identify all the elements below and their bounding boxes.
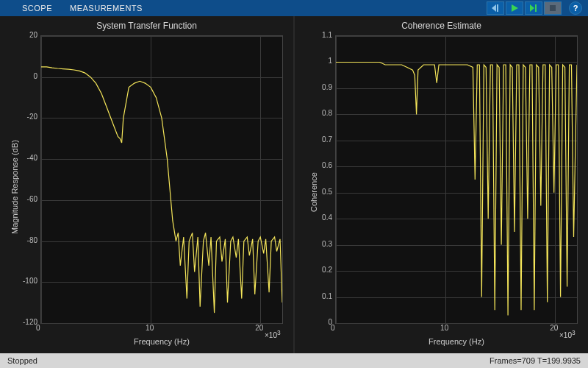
xlabel-left: Frequency (Hz) [40,337,283,346]
ytick-label: -20 [27,113,37,121]
ylabel-right: Coherence [309,138,318,212]
svg-marker-3 [530,4,534,12]
toolbar-controls: ? [487,0,588,16]
step-forward-icon [528,4,539,13]
ytick-label: 0.6 [322,161,332,169]
xtick-label: 20 [255,324,263,332]
plot-area-right[interactable] [335,35,578,324]
xtick-label: 0 [331,324,335,332]
tab-scope[interactable]: SCOPE [22,4,52,13]
ytick-label: -40 [27,154,37,162]
ytick-label: 0 [33,72,37,80]
chart-pane-left: System Transfer Function Magnitude Respo… [0,16,293,353]
gridline-h [336,323,577,324]
ytick-label: 20 [29,31,37,39]
status-state: Stopped [7,356,37,365]
play-icon [510,4,519,13]
xlabel-right: Frequency (Hz) [335,337,578,346]
step-back-button[interactable] [487,1,504,15]
status-info: Frames=709 T=199.9935 [490,356,581,365]
stop-icon [549,4,556,12]
xexp-left: ×103 [265,329,281,339]
chart-title-left: System Transfer Function [0,21,293,31]
svg-rect-1 [497,4,498,12]
ytick-label: -60 [27,195,37,203]
help-button[interactable]: ? [569,1,582,15]
xtick-label: 10 [146,324,154,332]
ylabel-left: Magnitude Response (dB) [10,116,19,234]
step-back-icon [490,4,501,13]
ytick-label: 0.1 [322,292,332,300]
charts-container: System Transfer Function Magnitude Respo… [0,16,588,353]
ytick-label: 1 [328,57,332,65]
svg-marker-2 [512,4,518,12]
ytick-label: 0.8 [322,109,332,117]
ytick-label: 1.1 [322,31,332,39]
data-curve [336,36,577,323]
ytick-label: 0.7 [322,135,332,144]
plot-area-left[interactable] [40,35,283,324]
xtick-label: 20 [550,324,558,332]
xtick-label: 0 [36,324,40,332]
tab-measurements[interactable]: MEASUREMENTS [70,4,143,13]
svg-rect-4 [535,4,537,12]
ytick-label: 0.4 [322,213,332,222]
ytick-label: 0.5 [322,188,332,196]
xtick-label: 10 [440,324,448,332]
gridline-h [41,323,282,324]
data-curve [41,36,282,323]
ytick-label: 0.9 [322,83,332,91]
step-forward-button[interactable] [525,1,542,15]
play-button[interactable] [506,1,523,15]
ytick-label: -120 [23,318,37,326]
chart-title-right: Coherence Estimate [295,21,588,31]
chart-pane-right: Coherence Estimate Coherence Frequency (… [295,16,588,353]
toolbar: SCOPE MEASUREMENTS ? [0,0,588,16]
toolbar-tabs: SCOPE MEASUREMENTS [0,4,487,13]
ytick-label: -80 [27,236,37,244]
stop-button[interactable] [544,1,562,15]
ytick-label: 0.3 [322,240,332,248]
xexp-right: ×103 [559,329,576,339]
ytick-label: -100 [23,277,37,285]
svg-marker-0 [492,4,496,12]
svg-rect-5 [550,5,556,11]
ytick-label: 0.2 [322,266,332,274]
status-bar: Stopped Frames=709 T=199.9935 [0,353,588,368]
